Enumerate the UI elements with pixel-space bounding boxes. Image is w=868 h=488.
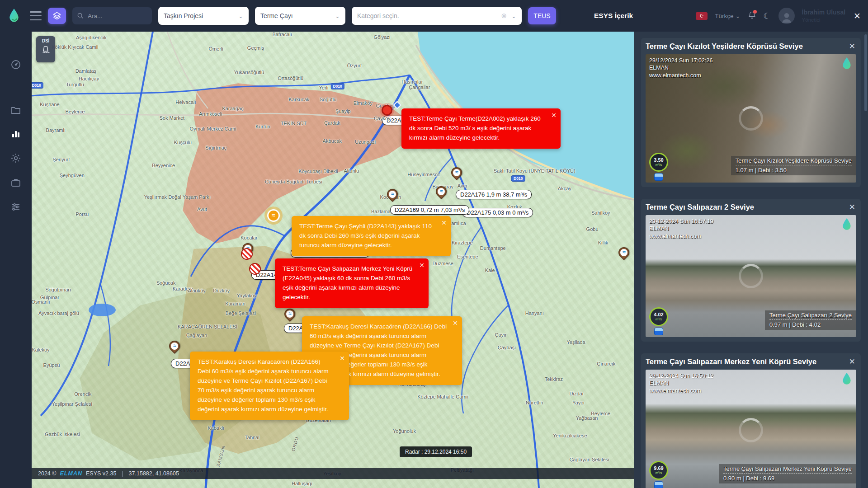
map-marker-flood[interactable] — [241, 248, 253, 260]
camera-feed[interactable]: 29-12-2024 Sun 16:50:12 ELMAN www.elmant… — [646, 370, 856, 488]
map-place-label: Altunlu — [344, 168, 359, 174]
dark-mode-toggle[interactable]: ☾ — [764, 12, 771, 20]
language-select[interactable]: Türkçe ⌄ — [715, 12, 740, 19]
close-icon[interactable]: ✕ — [848, 357, 856, 366]
map-place-label: Düzmese — [433, 261, 453, 266]
sidebar-item-settings[interactable] — [10, 153, 21, 165]
basin-select-value: Terme Çayı — [260, 12, 331, 19]
caption-value: 0.97 m | Debi : 4.02 — [769, 321, 852, 328]
camera-url: www.elmantech.com — [649, 72, 712, 79]
app-version: ESYS v2.35 — [86, 470, 116, 477]
watermark-logo-icon — [841, 57, 853, 70]
user-info[interactable]: İbrahim Ulusal Yönetici — [802, 9, 845, 23]
camera-brand: ELMAN — [649, 64, 712, 71]
map-place-label: Çayır — [495, 332, 506, 338]
water-level-icon — [654, 481, 663, 488]
map-marker-circle-orange[interactable] — [267, 209, 280, 222]
map-place-label: Karaman — [225, 301, 245, 306]
camera-feed[interactable]: 29-12-2024 Sun 16:57:19 ELMAN www.elmant… — [646, 215, 856, 337]
camera-timestamp: 29/12/2024 Sun 17:02:26 — [649, 57, 712, 64]
left-sidebar — [0, 32, 32, 488]
map-place-label: Hüseyinmescit — [407, 172, 440, 177]
alert-text: TEST:Terme Çayı Salıpazarı Merkez Yeni K… — [283, 264, 414, 302]
map-place-label: Karaağaç — [222, 106, 243, 111]
camera-osd: 29/12/2024 Sun 17:02:26 ELMAN www.elmant… — [649, 57, 712, 79]
elman-logo: ELMAN — [60, 470, 82, 477]
map-place-label: Aşağıdikencik — [76, 35, 107, 40]
map-place-label: Çardak — [324, 120, 340, 126]
sidebar-item-dashboard[interactable] — [10, 59, 21, 72]
camera-panel: Terme Çayı Kızılot Yeşildere Köprüsü Sev… — [634, 32, 868, 488]
teus-button[interactable]: TEUS — [528, 7, 556, 24]
map-footer: 2024 © ELMAN ESYS v2.35 | 37.15882, 41.0… — [32, 468, 634, 479]
user-role: Yönetici — [802, 17, 845, 23]
map-marker-flood[interactable] — [249, 263, 261, 275]
dsi-layer-control[interactable]: DSİ — [36, 36, 55, 62]
map-place-label: Beyyenice — [152, 163, 175, 168]
notifications-button[interactable] — [748, 11, 756, 21]
alert-popup: ✕ TEST:Karakuş Deresi Karacaören (D22A16… — [190, 352, 349, 420]
clear-icon[interactable]: ⊗ — [501, 12, 507, 20]
map-place-label: Şenyurt — [52, 157, 70, 162]
caption-title: Terme Çayı Salıpazarı 2 Seviye — [769, 312, 852, 320]
gauge-unit: m³/s — [656, 471, 662, 475]
divider: | — [122, 470, 123, 477]
camera-url: www.elmantech.com — [649, 387, 713, 394]
avatar[interactable] — [778, 8, 795, 24]
wave-icon: ≈ — [438, 188, 445, 195]
scrollbar[interactable] — [864, 34, 867, 111]
map-place-label: Elmaköy — [354, 100, 373, 106]
map-marker-circle-red[interactable] — [382, 105, 392, 116]
dam-icon — [41, 45, 50, 54]
alert-text: TEST:Terme Çayı Şeyhli (D22A143) yaklaşı… — [299, 222, 436, 250]
map-place-label: Beylerce — [591, 411, 610, 416]
close-icon[interactable]: ✕ — [854, 11, 861, 21]
map-place-label: Köycubaşı Dibekli — [298, 169, 338, 174]
map-place-label: Sığırtmaç — [205, 145, 226, 150]
close-icon[interactable]: ✕ — [340, 354, 345, 364]
map-place-label: Killik — [598, 240, 609, 245]
chevron-down-icon: ⌄ — [238, 13, 243, 19]
wave-icon: ≈ — [286, 310, 293, 318]
loading-spinner — [739, 264, 763, 288]
camera-card: Terme Çayı Salıpazarı Merkez Yeni Köprü … — [641, 353, 861, 488]
map-place-label: Damlataş — [75, 68, 96, 74]
loading-spinner — [739, 418, 763, 442]
copyright: 2024 © — [38, 470, 57, 477]
project-select[interactable]: Taşkın Projesi ⌄ — [158, 7, 249, 25]
user-name: İbrahim Ulusal — [802, 9, 845, 17]
close-icon[interactable]: ✕ — [848, 42, 856, 51]
map-place-label: Çayköy — [374, 116, 391, 121]
close-icon[interactable]: ✕ — [419, 261, 425, 271]
close-icon[interactable]: ✕ — [441, 218, 447, 228]
sidebar-item-tools[interactable] — [10, 202, 21, 214]
sidebar-item-files[interactable] — [10, 105, 21, 117]
water-level-icon — [654, 173, 663, 181]
map-place-label: Beylerce — [65, 109, 85, 114]
map-place-label: Sahilköy — [591, 210, 610, 216]
map-place-label: Söğütlü — [320, 97, 336, 102]
search-input[interactable] — [88, 13, 147, 19]
sidebar-item-monitoring[interactable] — [10, 128, 21, 141]
road-shield: D010 — [511, 175, 525, 182]
map-place-label: Uzungazi — [355, 139, 376, 145]
map-place-label: Kiraztepe — [452, 240, 472, 245]
map-place-label: Akçay — [558, 186, 571, 191]
close-icon[interactable]: ✕ — [453, 319, 458, 328]
category-select[interactable]: Kategori seçin. ⊗ ⌄ — [352, 7, 522, 25]
menu-toggle-button[interactable] — [30, 11, 42, 20]
caption-value: 0.90 m | Debi : 9.69 — [723, 475, 852, 482]
search-box[interactable] — [72, 7, 152, 24]
app-logo-icon — [7, 8, 21, 23]
gear-icon — [10, 153, 21, 164]
map-place-label: Gazbük İskelesi — [45, 432, 80, 437]
map-canvas[interactable]: AşağıdikencikKöklük Kıyıcak CamiiBafraca… — [32, 32, 634, 488]
camera-title: Terme Çayı Kızılot Yeşildere Köprüsü Sev… — [646, 42, 848, 51]
layers-button[interactable] — [48, 8, 66, 24]
close-icon[interactable]: ✕ — [848, 202, 856, 212]
sidebar-item-projects[interactable] — [10, 177, 21, 190]
basin-select[interactable]: Terme Çayı ⌄ — [255, 7, 345, 25]
close-icon[interactable]: ✕ — [551, 111, 557, 121]
notification-dot — [753, 10, 757, 14]
camera-feed[interactable]: 29/12/2024 Sun 17:02:26 ELMAN www.elmant… — [646, 54, 856, 183]
